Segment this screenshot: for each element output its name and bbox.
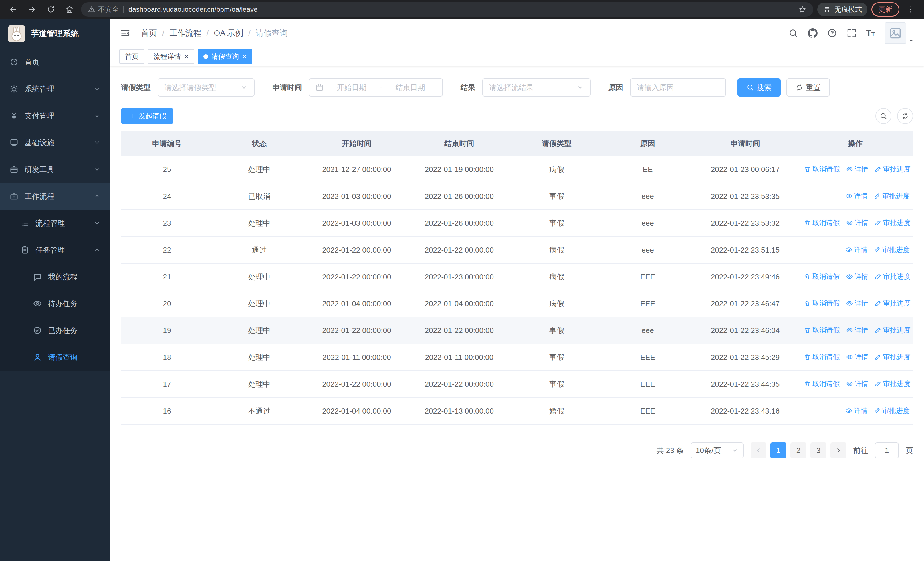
table-row[interactable]: 25处理中2021-12-27 00:00:002022-01-19 00:00… [121,156,913,183]
progress-action-link[interactable]: 审批进度 [874,191,910,200]
cancel-action-link[interactable]: 取消请假 [804,272,840,281]
progress-action-link[interactable]: 审批进度 [874,218,910,227]
start-date-input[interactable] [326,83,378,92]
tab-流程详情[interactable]: 流程详情× [148,49,194,64]
fullscreen-icon[interactable] [847,28,856,38]
table-row[interactable]: 19处理中2022-01-22 00:00:002022-01-22 00:00… [121,317,913,344]
sidebar-item-my-process[interactable]: 我的流程 [0,263,110,290]
progress-action-link[interactable]: 审批进度 [874,352,910,362]
progress-action-link[interactable]: 审批进度 [874,326,910,335]
action-label: 详情 [855,272,868,281]
leave-type-select[interactable]: 请选择请假类型 [158,78,255,96]
result-select[interactable]: 请选择流结果 [482,78,591,96]
cell-start: 2021-12-27 00:00:00 [306,156,408,183]
table-row[interactable]: 24已取消2022-01-03 00:00:002022-01-26 00:00… [121,183,913,210]
next-page-button[interactable] [830,442,846,459]
detail-action-link[interactable]: 详情 [845,406,867,415]
app-logo-row[interactable]: 芋道管理系统 [0,19,110,48]
page-button[interactable]: 3 [810,442,826,459]
cancel-action-link[interactable]: 取消请假 [804,379,840,388]
table-row[interactable]: 23处理中2022-01-03 00:00:002022-01-26 00:00… [121,210,913,236]
detail-action-link[interactable]: 详情 [846,164,868,174]
sidebar-item-done-tasks[interactable]: 已办任务 [0,317,110,344]
table-row[interactable]: 21处理中2022-01-22 00:00:002022-01-23 00:00… [121,263,913,290]
table-row[interactable]: 18处理中2022-01-11 00:00:002022-01-11 00:00… [121,344,913,371]
back-icon[interactable] [6,2,21,17]
sidebar-item-infrastructure[interactable]: 基础设施 [0,129,110,156]
collapse-sidebar-icon[interactable] [120,28,131,39]
sidebar-item-task-mgmt[interactable]: 任务管理 [0,236,110,263]
cancel-action-link[interactable]: 取消请假 [804,352,840,362]
tab-首页[interactable]: 首页 [119,49,144,64]
breadcrumb-item[interactable]: OA 示例 [214,28,243,39]
reload-icon[interactable] [44,2,58,17]
table-row[interactable]: 22通过2022-01-22 00:00:002022-01-22 00:00:… [121,236,913,263]
sidebar-item-devtools[interactable]: 研发工具 [0,156,110,183]
end-date-input[interactable] [384,83,436,92]
cancel-action-link[interactable]: 取消请假 [804,164,840,174]
cell-reason: EEE [603,371,693,398]
tab-请假查询[interactable]: 请假查询× [198,49,252,64]
pagination: 共 23 条 10条/页 123 前往 页 [121,442,913,459]
detail-action-link[interactable]: 详情 [846,218,868,227]
detail-action-link[interactable]: 详情 [845,191,867,200]
breadcrumb-item[interactable]: 工作流程 [170,28,201,39]
detail-action-link[interactable]: 详情 [846,299,868,308]
close-tab-icon[interactable]: × [242,53,246,60]
browser-home-icon[interactable] [62,2,77,17]
toggle-search-button[interactable] [876,108,891,124]
progress-action-link[interactable]: 审批进度 [874,406,910,415]
detail-action-link[interactable]: 详情 [846,352,868,362]
github-icon[interactable] [808,28,818,38]
sidebar-item-system[interactable]: 系统管理 [0,75,110,102]
cancel-action-link[interactable]: 取消请假 [804,326,840,335]
sidebar-item-workflow[interactable]: 工作流程 [0,183,110,210]
create-leave-button[interactable]: 发起请假 [121,108,174,124]
prev-page-button[interactable] [750,442,766,459]
table-row[interactable]: 17处理中2022-01-22 00:00:002022-01-22 00:00… [121,371,913,398]
detail-action-link[interactable]: 详情 [845,245,867,254]
progress-action-link[interactable]: 审批进度 [874,245,910,254]
close-tab-icon[interactable]: × [184,53,189,60]
sidebar-item-payment[interactable]: 支付管理 [0,102,110,129]
security-indicator[interactable]: 不安全 [88,5,119,14]
forward-icon[interactable] [24,2,39,17]
reset-button[interactable]: 重置 [786,78,830,96]
page-button[interactable]: 2 [790,442,806,459]
progress-action-link[interactable]: 审批进度 [874,299,910,308]
progress-action-link[interactable]: 审批进度 [874,379,910,388]
refresh-table-button[interactable] [897,108,913,124]
sidebar-item-todo-tasks[interactable]: 待办任务 [0,290,110,317]
font-size-icon[interactable]: TT [866,28,875,38]
sidebar-item-home[interactable]: 首页 [0,48,110,75]
chevron-down-icon [94,86,100,92]
cell-applied: 2022-01-22 23:49:46 [693,263,797,290]
browser-menu-icon[interactable] [903,2,918,17]
sidebar-item-leave-query[interactable]: 请假查询 [0,344,110,371]
user-avatar[interactable] [885,22,914,44]
bookmark-star-icon[interactable] [798,5,806,14]
help-icon[interactable] [827,28,837,38]
detail-action-link[interactable]: 详情 [846,326,868,335]
reason-input[interactable] [630,78,726,96]
apply-time-range-picker[interactable]: - [309,78,443,96]
search-button[interactable]: 搜索 [737,78,781,96]
detail-action-link[interactable]: 详情 [846,272,868,281]
search-icon[interactable] [789,28,798,38]
page-size-select[interactable]: 10条/页 [691,442,744,459]
detail-action-link[interactable]: 详情 [846,379,868,388]
progress-action-link[interactable]: 审批进度 [874,164,910,174]
address-bar[interactable]: 不安全 dashboard.yudao.iocoder.cn/bpm/oa/le… [81,2,813,17]
update-button[interactable]: 更新 [872,2,900,17]
progress-action-link[interactable]: 审批进度 [874,272,910,281]
cancel-action-link[interactable]: 取消请假 [804,218,840,227]
table-row[interactable]: 20处理中2022-01-04 00:00:002022-01-04 00:00… [121,290,913,317]
goto-page-input[interactable] [875,442,899,459]
page-button[interactable]: 1 [771,442,786,459]
sidebar-item-process-mgmt[interactable]: 流程管理 [0,210,110,236]
create-leave-label: 发起请假 [139,111,166,120]
table-row[interactable]: 16不通过2022-01-04 00:00:002022-01-13 00:00… [121,398,913,424]
breadcrumb-item[interactable]: 首页 [141,28,157,39]
cancel-action-link[interactable]: 取消请假 [804,299,840,308]
sidebar-item-label: 待办任务 [48,299,78,309]
